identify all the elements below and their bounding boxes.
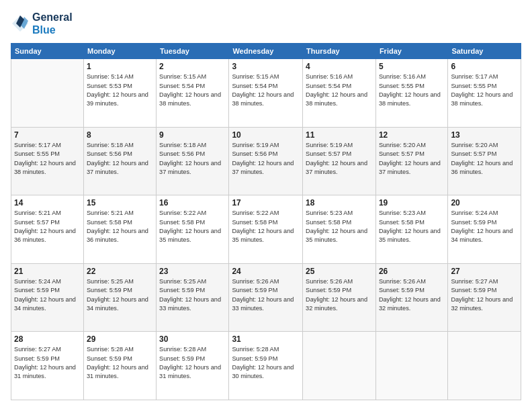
calendar-cell: 8Sunrise: 5:18 AMSunset: 5:56 PMDaylight…: [83, 127, 156, 195]
day-info: Sunrise: 5:15 AMSunset: 5:54 PMDaylight:…: [159, 73, 226, 108]
calendar-cell: 7Sunrise: 5:17 AMSunset: 5:55 PMDaylight…: [11, 127, 84, 195]
calendar-cell: 19Sunrise: 5:23 AMSunset: 5:58 PMDayligh…: [375, 195, 448, 264]
day-number: 16: [159, 198, 226, 208]
calendar-cell: 20Sunrise: 5:24 AMSunset: 5:59 PMDayligh…: [448, 195, 521, 264]
header: General Blue: [11, 11, 521, 36]
day-number: 20: [451, 198, 518, 208]
day-info: Sunrise: 5:17 AMSunset: 5:55 PMDaylight:…: [451, 73, 518, 108]
day-info: Sunrise: 5:25 AMSunset: 5:59 PMDaylight:…: [87, 277, 153, 313]
calendar-cell: 29Sunrise: 5:28 AMSunset: 5:59 PMDayligh…: [83, 332, 156, 400]
calendar-cell: 24Sunrise: 5:26 AMSunset: 5:59 PMDayligh…: [229, 263, 303, 332]
day-number: 18: [306, 198, 373, 208]
day-info: Sunrise: 5:20 AMSunset: 5:57 PMDaylight:…: [451, 141, 518, 177]
calendar-cell: 12Sunrise: 5:20 AMSunset: 5:57 PMDayligh…: [375, 127, 448, 195]
day-info: Sunrise: 5:20 AMSunset: 5:57 PMDaylight:…: [379, 141, 445, 177]
day-info: Sunrise: 5:26 AMSunset: 5:59 PMDaylight:…: [379, 277, 445, 313]
weekday-header-sunday: Sunday: [11, 44, 84, 59]
day-number: 8: [87, 130, 153, 140]
day-number: 29: [87, 334, 153, 344]
day-number: 17: [232, 198, 300, 208]
weekday-header-row: SundayMondayTuesdayWednesdayThursdayFrid…: [11, 44, 521, 59]
day-number: 30: [159, 334, 226, 344]
day-number: 27: [451, 267, 518, 276]
day-number: 2: [159, 62, 226, 71]
weekday-header-friday: Friday: [375, 44, 448, 59]
calendar-table: SundayMondayTuesdayWednesdayThursdayFrid…: [11, 43, 521, 400]
calendar-cell: 3Sunrise: 5:15 AMSunset: 5:54 PMDaylight…: [229, 59, 303, 128]
calendar-cell: 16Sunrise: 5:22 AMSunset: 5:58 PMDayligh…: [157, 195, 229, 264]
day-info: Sunrise: 5:27 AMSunset: 5:59 PMDaylight:…: [451, 277, 518, 313]
calendar-cell: 21Sunrise: 5:24 AMSunset: 5:59 PMDayligh…: [11, 263, 84, 332]
calendar-cell: 23Sunrise: 5:25 AMSunset: 5:59 PMDayligh…: [157, 263, 229, 332]
day-info: Sunrise: 5:19 AMSunset: 5:57 PMDaylight:…: [306, 141, 373, 177]
day-info: Sunrise: 5:18 AMSunset: 5:56 PMDaylight:…: [159, 141, 226, 177]
day-number: 4: [306, 62, 373, 71]
day-info: Sunrise: 5:28 AMSunset: 5:59 PMDaylight:…: [87, 345, 153, 381]
calendar-cell: 25Sunrise: 5:26 AMSunset: 5:59 PMDayligh…: [303, 263, 376, 332]
day-number: 9: [159, 130, 226, 140]
calendar-cell: [375, 332, 448, 400]
calendar-cell: 5Sunrise: 5:16 AMSunset: 5:55 PMDaylight…: [375, 59, 448, 128]
day-number: 5: [379, 62, 445, 71]
day-info: Sunrise: 5:21 AMSunset: 5:57 PMDaylight:…: [14, 209, 81, 244]
day-info: Sunrise: 5:19 AMSunset: 5:56 PMDaylight:…: [232, 141, 300, 177]
calendar-cell: 14Sunrise: 5:21 AMSunset: 5:57 PMDayligh…: [11, 195, 84, 264]
day-number: 15: [87, 198, 153, 208]
weekday-header-saturday: Saturday: [448, 44, 521, 59]
day-number: 13: [451, 130, 518, 140]
day-info: Sunrise: 5:28 AMSunset: 5:59 PMDaylight:…: [159, 345, 226, 381]
page: General Blue SundayMondayTuesdayWednesda…: [0, 0, 532, 411]
calendar-cell: 28Sunrise: 5:27 AMSunset: 5:59 PMDayligh…: [11, 332, 84, 400]
calendar-cell: 17Sunrise: 5:22 AMSunset: 5:58 PMDayligh…: [229, 195, 303, 264]
day-number: 23: [159, 267, 226, 276]
day-number: 31: [232, 334, 300, 344]
weekday-header-thursday: Thursday: [303, 44, 376, 59]
day-number: 3: [232, 62, 300, 71]
day-number: 6: [451, 62, 518, 71]
calendar-cell: 9Sunrise: 5:18 AMSunset: 5:56 PMDaylight…: [157, 127, 229, 195]
weekday-header-monday: Monday: [83, 44, 156, 59]
day-number: 24: [232, 267, 300, 276]
day-number: 7: [14, 130, 81, 140]
day-info: Sunrise: 5:21 AMSunset: 5:58 PMDaylight:…: [87, 209, 153, 244]
day-info: Sunrise: 5:15 AMSunset: 5:54 PMDaylight:…: [232, 73, 300, 108]
calendar-cell: 22Sunrise: 5:25 AMSunset: 5:59 PMDayligh…: [83, 263, 156, 332]
logo-icon: [11, 14, 30, 33]
day-number: 26: [379, 267, 445, 276]
calendar-row-3: 14Sunrise: 5:21 AMSunset: 5:57 PMDayligh…: [11, 195, 521, 264]
day-info: Sunrise: 5:17 AMSunset: 5:55 PMDaylight:…: [14, 141, 81, 177]
calendar-cell: 13Sunrise: 5:20 AMSunset: 5:57 PMDayligh…: [448, 127, 521, 195]
day-info: Sunrise: 5:22 AMSunset: 5:58 PMDaylight:…: [159, 209, 226, 244]
calendar-cell: 1Sunrise: 5:14 AMSunset: 5:53 PMDaylight…: [83, 59, 156, 128]
calendar-cell: 26Sunrise: 5:26 AMSunset: 5:59 PMDayligh…: [375, 263, 448, 332]
day-info: Sunrise: 5:24 AMSunset: 5:59 PMDaylight:…: [451, 209, 518, 244]
calendar-row-4: 21Sunrise: 5:24 AMSunset: 5:59 PMDayligh…: [11, 263, 521, 332]
calendar-cell: 31Sunrise: 5:28 AMSunset: 5:59 PMDayligh…: [229, 332, 303, 400]
day-number: 19: [379, 198, 445, 208]
calendar-cell: [303, 332, 376, 400]
day-info: Sunrise: 5:18 AMSunset: 5:56 PMDaylight:…: [87, 141, 153, 177]
day-number: 14: [14, 198, 81, 208]
logo-text: General Blue: [32, 11, 73, 36]
day-info: Sunrise: 5:16 AMSunset: 5:55 PMDaylight:…: [379, 73, 445, 108]
calendar-cell: 30Sunrise: 5:28 AMSunset: 5:59 PMDayligh…: [157, 332, 229, 400]
calendar-cell: 18Sunrise: 5:23 AMSunset: 5:58 PMDayligh…: [303, 195, 376, 264]
calendar-cell: 4Sunrise: 5:16 AMSunset: 5:54 PMDaylight…: [303, 59, 376, 128]
calendar-row-5: 28Sunrise: 5:27 AMSunset: 5:59 PMDayligh…: [11, 332, 521, 400]
day-number: 10: [232, 130, 300, 140]
calendar-cell: 6Sunrise: 5:17 AMSunset: 5:55 PMDaylight…: [448, 59, 521, 128]
day-number: 28: [14, 334, 81, 344]
calendar-cell: 10Sunrise: 5:19 AMSunset: 5:56 PMDayligh…: [229, 127, 303, 195]
day-info: Sunrise: 5:27 AMSunset: 5:59 PMDaylight:…: [14, 345, 81, 381]
calendar-cell: [448, 332, 521, 400]
day-number: 22: [87, 267, 153, 276]
day-number: 25: [306, 267, 373, 276]
logo: General Blue: [11, 11, 73, 36]
calendar-cell: 27Sunrise: 5:27 AMSunset: 5:59 PMDayligh…: [448, 263, 521, 332]
day-info: Sunrise: 5:23 AMSunset: 5:58 PMDaylight:…: [306, 209, 373, 244]
day-info: Sunrise: 5:26 AMSunset: 5:59 PMDaylight:…: [232, 277, 300, 313]
calendar-cell: 2Sunrise: 5:15 AMSunset: 5:54 PMDaylight…: [157, 59, 229, 128]
day-info: Sunrise: 5:25 AMSunset: 5:59 PMDaylight:…: [159, 277, 226, 313]
day-info: Sunrise: 5:14 AMSunset: 5:53 PMDaylight:…: [87, 73, 153, 108]
calendar-row-2: 7Sunrise: 5:17 AMSunset: 5:55 PMDaylight…: [11, 127, 521, 195]
